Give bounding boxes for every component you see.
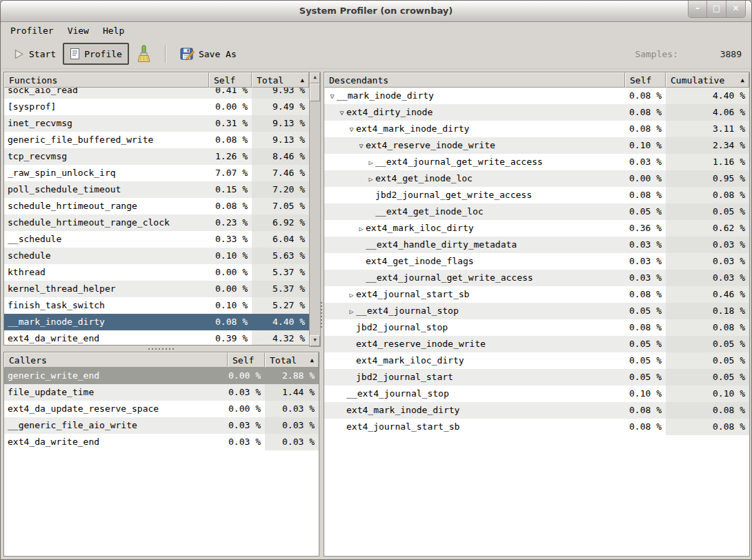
cell-total: 8.46 %: [252, 148, 309, 165]
table-row[interactable]: __ext4_get_inode_loc0.05 %0.05 %: [324, 203, 749, 220]
cell-name: __ext4_handle_dirty_metadata: [324, 237, 625, 253]
clear-brush-button[interactable]: [129, 40, 158, 68]
table-row[interactable]: ▷__ext4_journal_get_write_access0.03 %1.…: [324, 154, 749, 170]
expander-closed-icon[interactable]: ▷: [347, 303, 356, 319]
cell-self: 0.08 %: [625, 104, 666, 121]
menu-view[interactable]: View: [61, 23, 96, 38]
minimize-button[interactable]: –: [688, 1, 707, 18]
vertical-pane-splitter[interactable]: [319, 72, 324, 557]
expander-open-icon[interactable]: ▽: [328, 88, 337, 104]
tree-indent: [328, 164, 366, 165]
cell-name: __ext4_get_inode_loc: [324, 203, 625, 220]
table-row[interactable]: __schedule0.33 %6.04 %: [4, 231, 309, 248]
column-header-functions[interactable]: Functions: [4, 72, 209, 88]
table-row[interactable]: ext4_da_write_end0.39 %4.32 %: [4, 330, 309, 345]
cell-total: 9.13 %: [252, 115, 309, 132]
functions-table-body: sock_aio_read0.41 %9.93 %[sysprof]0.00 %…: [4, 88, 309, 345]
table-row[interactable]: ▽ext4_reserve_inode_write0.10 %2.34 %: [324, 137, 749, 154]
cell-self: 0.00 %: [209, 281, 252, 297]
expander-closed-icon[interactable]: ▷: [366, 154, 375, 170]
table-row[interactable]: tcp_recvmsg1.26 %8.46 %: [4, 148, 309, 165]
splitter-grip-icon: [148, 348, 175, 350]
cell-self: 0.00 %: [228, 368, 265, 384]
cell-name: __mark_inode_dirty: [4, 314, 209, 330]
table-row[interactable]: ▷ext4_mark_iloc_dirty0.36 %0.62 %: [324, 220, 749, 237]
table-row[interactable]: jbd2_journal_start0.05 %0.05 %: [324, 369, 749, 386]
tree-indent: [328, 114, 337, 115]
close-button[interactable]: ✕: [726, 1, 746, 18]
menu-help[interactable]: Help: [96, 23, 131, 38]
cell-name: __ext4_journal_get_write_access: [324, 270, 625, 286]
table-row[interactable]: __mark_inode_dirty0.08 %4.40 %: [4, 314, 309, 330]
profile-toggle-button[interactable]: Profile: [63, 43, 129, 65]
table-row[interactable]: generic_file_buffered_write0.08 %9.13 %: [4, 132, 309, 148]
expander-closed-icon[interactable]: ▷: [357, 221, 366, 237]
cell-total: 5.37 %: [252, 264, 309, 281]
table-row[interactable]: generic_write_end0.00 %2.88 %: [4, 368, 319, 384]
column-header-descendants[interactable]: Descendants: [324, 72, 625, 88]
table-row[interactable]: inet_recvmsg0.31 %9.13 %: [4, 115, 309, 132]
table-row[interactable]: schedule_hrtimeout_range_clock0.23 %6.92…: [4, 214, 309, 231]
table-row[interactable]: ext4_journal_start_sb0.08 %0.08 %: [324, 419, 749, 435]
table-row[interactable]: ▽ext4_mark_inode_dirty0.08 %3.11 %: [324, 121, 749, 137]
table-row[interactable]: poll_schedule_timeout0.15 %7.20 %: [4, 181, 309, 198]
column-header-self[interactable]: Self: [209, 72, 252, 88]
table-row[interactable]: ext4_da_update_reserve_space0.00 %0.03 %: [4, 401, 319, 417]
column-header-self[interactable]: Self: [228, 352, 265, 368]
table-row[interactable]: __ext4_journal_get_write_access0.03 %0.0…: [324, 270, 749, 286]
cell-total: 4.32 %: [252, 330, 309, 345]
functions-table-header: Functions Self Total▲: [4, 72, 309, 88]
table-row[interactable]: ▷ext4_get_inode_loc0.00 %0.95 %: [324, 170, 749, 187]
cell-name: ▽ext4_reserve_inode_write: [324, 137, 625, 154]
menu-profiler[interactable]: Profiler: [3, 23, 61, 38]
cell-total: 0.03 %: [265, 401, 319, 417]
column-header-callers[interactable]: Callers: [4, 352, 228, 368]
horizontal-pane-splitter[interactable]: [3, 346, 319, 352]
column-header-total[interactable]: Total▲: [252, 72, 309, 88]
table-row[interactable]: __ext4_journal_stop0.10 %0.10 %: [324, 386, 749, 402]
maximize-button[interactable]: □: [707, 1, 726, 18]
toolbar-separator: [165, 45, 166, 63]
column-header-cumulative[interactable]: Cumulative▲: [666, 72, 749, 88]
cell-self: 0.03 %: [228, 417, 265, 434]
cell-self: 0.08 %: [209, 132, 252, 148]
expander-open-icon[interactable]: ▽: [357, 138, 366, 154]
start-button[interactable]: Start: [6, 43, 63, 65]
table-row[interactable]: ▷ext4_journal_start_sb0.08 %0.46 %: [324, 286, 749, 303]
table-row[interactable]: schedule_hrtimeout_range0.08 %7.05 %: [4, 198, 309, 214]
column-header-total[interactable]: Total▲: [265, 352, 319, 368]
table-row[interactable]: schedule0.10 %5.63 %: [4, 248, 309, 264]
table-row[interactable]: ext4_da_write_end0.03 %0.03 %: [4, 434, 319, 450]
table-row[interactable]: _raw_spin_unlock_irq7.07 %7.46 %: [4, 165, 309, 181]
table-row[interactable]: ext4_mark_inode_dirty0.08 %0.08 %: [324, 402, 749, 419]
table-row[interactable]: sock_aio_read0.41 %9.93 %: [4, 88, 309, 99]
cell-name: generic_write_end: [4, 368, 228, 384]
table-row[interactable]: ext4_reserve_inode_write0.05 %0.05 %: [324, 336, 749, 352]
table-row[interactable]: jbd2_journal_get_write_access0.08 %0.08 …: [324, 187, 749, 203]
cell-name: kernel_thread_helper: [4, 281, 209, 297]
table-row[interactable]: jbd2_journal_stop0.08 %0.08 %: [324, 319, 749, 336]
save-as-button[interactable]: Save As: [173, 42, 244, 66]
cell-self: 0.10 %: [209, 248, 252, 264]
cell-self: 0.05 %: [625, 203, 666, 220]
table-row[interactable]: ext4_get_inode_flags0.03 %0.03 %: [324, 253, 749, 270]
column-header-self[interactable]: Self: [625, 72, 666, 88]
cell-total: 5.37 %: [252, 281, 309, 297]
table-row[interactable]: __ext4_handle_dirty_metadata0.03 %0.03 %: [324, 237, 749, 253]
table-row[interactable]: finish_task_switch0.10 %5.27 %: [4, 297, 309, 314]
cell-cumulative: 4.06 %: [666, 104, 749, 121]
table-row[interactable]: ▷__ext4_journal_stop0.05 %0.18 %: [324, 303, 749, 319]
table-row[interactable]: kthread0.00 %5.37 %: [4, 264, 309, 281]
table-row[interactable]: [sysprof]0.00 %9.49 %: [4, 99, 309, 115]
expander-closed-icon[interactable]: ▷: [366, 171, 375, 187]
table-row[interactable]: ▽__mark_inode_dirty0.08 %4.40 %: [324, 88, 749, 104]
table-row[interactable]: ▽ext4_dirty_inode0.08 %4.06 %: [324, 104, 749, 121]
expander-closed-icon[interactable]: ▷: [347, 287, 356, 303]
expander-open-icon[interactable]: ▽: [337, 105, 346, 121]
table-row[interactable]: __generic_file_aio_write0.03 %0.03 %: [4, 417, 319, 434]
expander-open-icon[interactable]: ▽: [347, 121, 356, 137]
cell-cumulative: 0.10 %: [666, 386, 749, 402]
table-row[interactable]: file_update_time0.03 %1.44 %: [4, 384, 319, 401]
table-row[interactable]: ext4_mark_iloc_dirty0.05 %0.05 %: [324, 352, 749, 369]
table-row[interactable]: kernel_thread_helper0.00 %5.37 %: [4, 281, 309, 297]
